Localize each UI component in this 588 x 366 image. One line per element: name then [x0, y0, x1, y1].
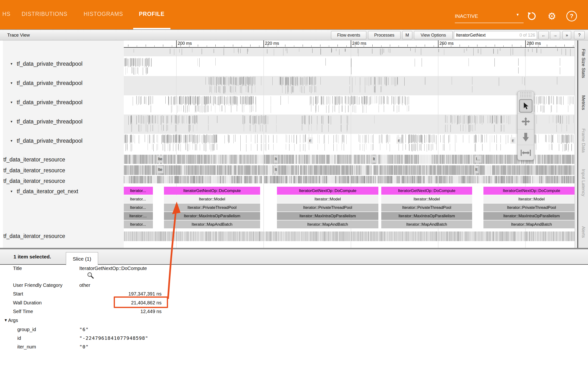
slice-iterator-[interactable]: Iterator... — [124, 221, 153, 228]
resource-slice-label[interactable]: It — [273, 155, 278, 163]
track-label-tf_data_private_threadpool[interactable]: ▾tf_data_private_threadpool — [11, 137, 82, 145]
magnifier-icon[interactable] — [87, 271, 95, 281]
timing-tool-icon[interactable] — [518, 145, 534, 160]
slice-iterator-model[interactable]: Iterator::Model — [277, 195, 378, 203]
top-tab-profile[interactable]: PROFILE — [133, 0, 170, 29]
timeline-canvas-area[interactable]: Iterator...Iterator...Iterator...Iterato… — [124, 48, 574, 248]
slice-iterator-maxintraopparallelism[interactable]: Iterator::MaxIntraOpParallelism — [277, 212, 378, 220]
slice-docompute[interactable]: IteratorGetNextOp::DoCompute — [277, 187, 378, 195]
track-name: tf_data_iterator_resource — [3, 178, 65, 184]
tab-slice[interactable]: Slice (1) — [66, 252, 98, 265]
resource-slice-label[interactable]: It — [474, 166, 479, 173]
timeline-ruler[interactable]: 200 ms220 ms240 ms260 ms280 ms — [124, 40, 574, 48]
top-tab-histograms[interactable]: HISTOGRAMS — [78, 0, 129, 29]
ruler-minor-tick — [311, 46, 312, 47]
slice-iterator-maxintraopparallelism[interactable]: Iterator::MaxIntraOpParallelism — [483, 212, 574, 220]
ruler-minor-tick — [399, 46, 399, 47]
slice-iterator-privatethreadpool[interactable]: Iterator::PrivateThreadPool — [164, 204, 260, 212]
refresh-icon[interactable] — [526, 11, 537, 22]
toolbar-button-m[interactable]: M — [402, 31, 412, 39]
slice-iterator-maxintraopparallelism[interactable]: Iterator::MaxIntraOpParallelism — [381, 212, 472, 220]
arg-key-iter_num: iter_num — [17, 343, 36, 350]
arg-value-group_id: "6" — [79, 326, 162, 333]
resource-slice-label[interactable]: It — [273, 166, 278, 173]
arg-key-id: id — [17, 335, 21, 342]
slice-iterator-[interactable]: Iterator... — [124, 195, 153, 203]
ruler-minor-tick — [346, 46, 347, 47]
vertical-scrollbar[interactable] — [574, 40, 577, 248]
slice-docompute[interactable]: Iterator... — [124, 187, 153, 195]
arg-key-group_id: group_id — [17, 326, 36, 333]
slice-iterator-privatethreadpool[interactable]: Iterator::PrivateThreadPool — [381, 204, 472, 212]
ruler-minor-tick — [521, 46, 521, 47]
triangle-down-icon: ▾ — [11, 119, 13, 124]
selection-tool-icon[interactable] — [518, 98, 534, 114]
slice-iterator-mapandbatch[interactable]: Iterator::MapAndBatch — [277, 221, 378, 228]
track-label-tf_data_private_threadpool[interactable]: ▾tf_data_private_threadpool — [11, 60, 82, 68]
side-tab-file-size-stats[interactable]: File Size Stats — [579, 40, 588, 87]
slice-iterator-mapandbatch[interactable]: Iterator::MapAndBatch — [483, 221, 574, 228]
ruler-major-tick — [176, 40, 177, 47]
ruler-minor-tick — [372, 45, 373, 47]
slice-iterator-model[interactable]: Iterator::Model — [381, 195, 472, 203]
slice-iterator-mapandbatch[interactable]: Iterator::MapAndBatch — [381, 221, 472, 228]
slice-iterator-[interactable]: Iterator:... — [124, 212, 153, 220]
ruler-minor-tick — [565, 45, 565, 47]
ruler-tick-label: 200 ms — [178, 41, 192, 46]
resource-slice-label[interactable]: Ite — [157, 155, 163, 163]
chevron-down-icon[interactable]: ▼ — [516, 13, 520, 17]
help-icon[interactable]: ? — [566, 11, 577, 22]
toolbar-button-flow-events[interactable]: Flow events — [331, 31, 366, 39]
slice-iterator-maxintraopparallelism[interactable]: Iterator::MaxIntraOpParallelism — [164, 212, 260, 220]
ruler-minor-tick — [320, 45, 320, 47]
slice-group: IteratorGetNextOp::DoComputeIterator::Mo… — [483, 187, 574, 229]
field-label-self-time: Self Time — [13, 308, 33, 315]
slice-iterator-mapandbatch[interactable]: Iterator::MapAndBatch — [164, 221, 260, 228]
ruler-major-tick — [264, 40, 264, 47]
top-tab-distributions[interactable]: DISTRIBUTIONS — [16, 0, 73, 29]
event-marker-e[interactable]: E — [397, 137, 402, 144]
slice-iterator-model[interactable]: Iterator::Model — [164, 195, 260, 203]
field-label-start: Start — [13, 290, 23, 297]
track-label-tf_data_iterator_get_next[interactable]: ▾tf_data_iterator_get_next — [11, 187, 78, 195]
ruler-minor-tick — [495, 45, 495, 47]
ruler-minor-tick — [128, 45, 128, 47]
side-tab-metrics[interactable]: Metrics — [579, 90, 588, 116]
toolbar-button-processes[interactable]: Processes — [368, 31, 400, 39]
track-label-tf_data_private_threadpool[interactable]: ▾tf_data_private_threadpool — [11, 79, 82, 87]
track-name: tf_data_private_threadpool — [17, 118, 83, 125]
event-marker-e[interactable]: E — [510, 137, 516, 144]
track-label-tf_data_private_threadpool[interactable]: ▾tf_data_private_threadpool — [11, 118, 82, 125]
top-tab-hs[interactable]: HS — [0, 0, 16, 29]
ruler-major-tick — [525, 40, 526, 47]
slice-docompute[interactable]: IteratorGetNextOp::DoCompute — [164, 187, 260, 195]
prev-result-button[interactable]: ← — [538, 31, 549, 39]
gear-icon[interactable]: ⚙ — [546, 11, 558, 22]
palette-grip-handle[interactable] — [520, 92, 532, 98]
pan-tool-icon[interactable] — [518, 114, 534, 130]
next-result-button[interactable]: → — [550, 31, 560, 39]
track-label-tf_data_private_threadpool[interactable]: ▾tf_data_private_threadpool — [11, 99, 82, 106]
slice-iterator-model[interactable]: Iterator::Model — [483, 195, 574, 203]
toolbar-button-view-options[interactable]: View Options — [414, 31, 453, 39]
help-button[interactable]: ? — [574, 31, 585, 39]
args-expander-row[interactable]: ▼ Args — [4, 317, 18, 324]
selection-status: 1 item selected. — [14, 249, 51, 264]
resource-slice-label[interactable]: Ite — [157, 166, 163, 173]
run-selector[interactable]: INACTIVE — [455, 10, 524, 23]
triangle-down-icon: ▾ — [11, 189, 13, 193]
slice-docompute[interactable]: IteratorGetNextOp::DoCompute — [483, 187, 574, 195]
resource-slice-label[interactable]: I... — [475, 155, 482, 163]
side-tab-alerts: Alerts — [579, 216, 588, 248]
zoom-tool-icon[interactable] — [518, 130, 534, 145]
slice-docompute[interactable]: IteratorGetNextOp::DoCompute — [381, 187, 472, 195]
event-marker-e[interactable]: E — [308, 137, 313, 144]
slice-iterator-privatethreadpool[interactable]: Iterator::PrivateThreadPool — [277, 204, 378, 212]
more-button[interactable]: » — [563, 31, 571, 39]
ruler-major-tick — [438, 40, 439, 47]
ruler-minor-tick — [250, 45, 250, 47]
trace-view-area: ▾tf_data_private_threadpool▾tf_data_priv… — [0, 40, 588, 248]
resource-slice-label[interactable]: It — [372, 155, 376, 163]
slice-iterator-[interactable]: Iterator... — [124, 204, 153, 212]
slice-iterator-privatethreadpool[interactable]: Iterator::PrivateThreadPool — [483, 204, 574, 212]
